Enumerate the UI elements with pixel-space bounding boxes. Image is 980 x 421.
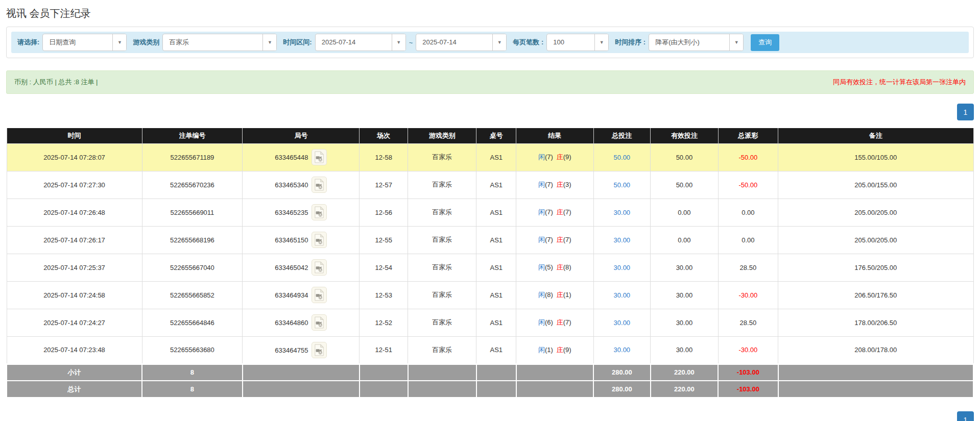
cell-round-id: 633464755 xyxy=(243,336,360,364)
col-session: 场次 xyxy=(360,128,408,143)
table-row: 2025-07-14 07:26:48 522655669011 6334652… xyxy=(7,199,973,226)
cell-result: 闲(6)庄(7) xyxy=(516,309,593,336)
cell-table-no: AS1 xyxy=(476,281,516,309)
total-payout: -103.00 xyxy=(718,381,778,398)
search-button[interactable]: 查询 xyxy=(751,34,779,51)
date-from-select[interactable]: 2025-07-14 ▼ xyxy=(315,34,406,51)
cell-time: 2025-07-14 07:23:48 xyxy=(7,336,142,364)
cell-game-type: 百家乐 xyxy=(408,171,476,199)
cell-payout: 0.00 xyxy=(718,199,778,226)
cell-round-id: 633465448 xyxy=(243,143,360,171)
result-player: 闲 xyxy=(538,263,545,271)
chevron-down-icon: ▼ xyxy=(262,34,276,51)
video-file-icon[interactable] xyxy=(312,232,327,248)
cell-session: 12-57 xyxy=(360,171,408,199)
cell-total-bet: 30.00 xyxy=(593,226,651,254)
cell-bet-id: 522655664846 xyxy=(142,309,243,336)
total-bet-link[interactable]: 30.00 xyxy=(614,209,631,216)
cell-round-id: 633465042 xyxy=(243,254,360,281)
cell-payout: -50.00 xyxy=(718,171,778,199)
cell-total-bet: 50.00 xyxy=(593,143,651,171)
cell-valid-bet: 0.00 xyxy=(651,199,719,226)
cell-valid-bet: 50.00 xyxy=(651,171,719,199)
cell-table-no: AS1 xyxy=(476,199,516,226)
video-file-icon[interactable] xyxy=(312,342,327,358)
date-range-tilde: ~ xyxy=(409,39,413,46)
result-banker: 庄 xyxy=(557,236,563,243)
subtotal-count: 8 xyxy=(142,364,243,381)
cell-table-no: AS1 xyxy=(476,309,516,336)
total-bet-link[interactable]: 30.00 xyxy=(614,346,631,354)
cell-table-no: AS1 xyxy=(476,254,516,281)
page-size-value: 100 xyxy=(547,34,594,51)
sort-order-label: 时间排序 : xyxy=(615,38,646,47)
chevron-down-icon: ▼ xyxy=(492,34,506,51)
sort-order-select[interactable]: 降幂(由大到小) ▼ xyxy=(649,34,744,51)
cell-time: 2025-07-14 07:24:58 xyxy=(7,281,142,309)
page-1-button-bottom[interactable]: 1 xyxy=(957,411,974,421)
cell-session: 12-55 xyxy=(360,226,408,254)
cell-session: 12-52 xyxy=(360,309,408,336)
total-bet-link[interactable]: 30.00 xyxy=(614,291,631,299)
subtotal-payout: -103.00 xyxy=(718,364,778,381)
col-game-type: 游戏类别 xyxy=(408,128,476,143)
result-banker: 庄 xyxy=(557,291,563,299)
cell-result: 闲(7)庄(9) xyxy=(516,143,593,171)
date-to-select[interactable]: 2025-07-14 ▼ xyxy=(416,34,507,51)
video-file-icon[interactable] xyxy=(312,149,327,165)
result-player: 闲 xyxy=(538,318,545,326)
total-bet-link[interactable]: 30.00 xyxy=(614,264,631,271)
video-file-icon[interactable] xyxy=(312,314,327,331)
video-file-icon[interactable] xyxy=(312,177,327,193)
game-type-label: 游戏类别 xyxy=(133,38,159,47)
table-row: 2025-07-14 07:28:07 522655671189 6334654… xyxy=(7,143,973,171)
bet-records-table: 时间 注单编号 局号 场次 游戏类别 桌号 结果 总投注 有效投注 总派彩 备注… xyxy=(6,128,974,398)
pagination-top: 1 xyxy=(6,104,974,120)
cell-session: 12-53 xyxy=(360,281,408,309)
page-1-button[interactable]: 1 xyxy=(957,104,974,120)
page-size-label: 每页笔数 : xyxy=(513,38,543,47)
subtotal-row: 小计 8 280.00 220.00 -103.00 xyxy=(7,364,973,381)
cell-valid-bet: 0.00 xyxy=(651,226,719,254)
cell-payout: -30.00 xyxy=(718,336,778,364)
total-bet-link[interactable]: 50.00 xyxy=(614,181,631,189)
cell-payout: 0.00 xyxy=(718,226,778,254)
cell-session: 12-54 xyxy=(360,254,408,281)
game-type-select[interactable]: 百家乐 ▼ xyxy=(162,34,277,51)
cell-game-type: 百家乐 xyxy=(408,281,476,309)
result-player: 闲 xyxy=(538,181,545,188)
cell-round-id: 633465340 xyxy=(243,171,360,199)
chevron-down-icon: ▼ xyxy=(392,34,405,51)
cell-round-id: 633465150 xyxy=(243,226,360,254)
sort-order-value: 降幂(由大到小) xyxy=(649,34,729,51)
total-bet-link[interactable]: 30.00 xyxy=(614,319,631,327)
cell-remark: 176.50/205.00 xyxy=(778,254,973,281)
result-banker: 庄 xyxy=(557,208,563,216)
date-from-value: 2025-07-14 xyxy=(316,34,392,51)
cell-valid-bet: 50.00 xyxy=(651,143,719,171)
video-file-icon[interactable] xyxy=(312,287,327,303)
cell-payout: -50.00 xyxy=(718,143,778,171)
col-valid-bet: 有效投注 xyxy=(651,128,719,143)
cell-payout: 28.50 xyxy=(718,309,778,336)
cell-round-id: 633464860 xyxy=(243,309,360,336)
page-size-select[interactable]: 100 ▼ xyxy=(546,34,609,51)
video-file-icon[interactable] xyxy=(312,259,327,276)
total-valid-bet: 220.00 xyxy=(651,381,719,398)
query-type-select[interactable]: 日期查询 ▼ xyxy=(42,34,127,51)
select-type-label: 请选择: xyxy=(17,38,39,47)
cell-result: 闲(7)庄(3) xyxy=(516,171,593,199)
cell-time: 2025-07-14 07:27:30 xyxy=(7,171,142,199)
filter-bar: 请选择: 日期查询 ▼ 游戏类别 百家乐 ▼ 时间区间: 2025-07-14 … xyxy=(11,32,969,53)
table-body: 2025-07-14 07:28:07 522655671189 6334654… xyxy=(7,143,973,364)
total-bet-link[interactable]: 30.00 xyxy=(614,236,631,244)
total-bet-link[interactable]: 50.00 xyxy=(614,154,631,161)
video-file-icon[interactable] xyxy=(312,204,327,220)
table-row: 2025-07-14 07:27:30 522655670236 6334653… xyxy=(7,171,973,199)
cell-time: 2025-07-14 07:24:27 xyxy=(7,309,142,336)
result-banker: 庄 xyxy=(557,346,563,354)
cell-bet-id: 522655663680 xyxy=(142,336,243,364)
chevron-down-icon: ▼ xyxy=(112,34,126,51)
total-row: 总计 8 280.00 220.00 -103.00 xyxy=(7,381,973,398)
cell-remark: 155.00/105.00 xyxy=(778,143,973,171)
